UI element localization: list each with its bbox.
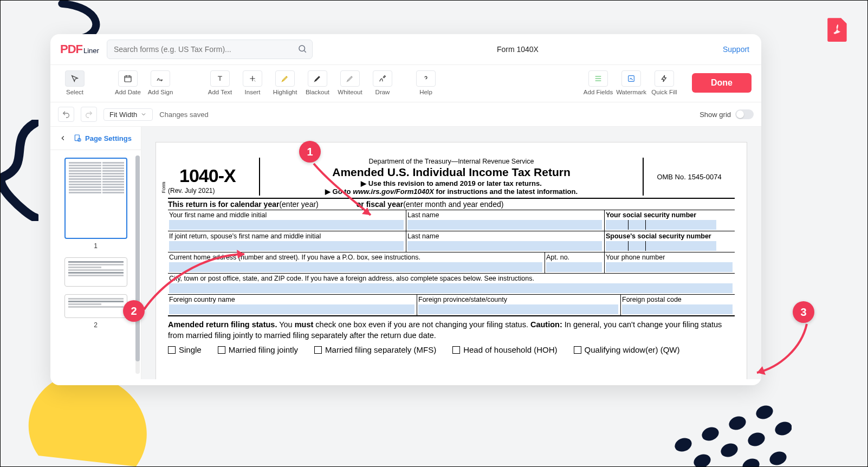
check-qw[interactable]: Qualifying widow(er) (QW) <box>574 345 680 354</box>
tool-add-date[interactable]: Add Date <box>113 70 142 95</box>
page-settings-link[interactable]: Page Settings <box>73 134 132 142</box>
page-thumbnail-2a[interactable] <box>56 257 135 287</box>
search-wrap <box>107 40 313 59</box>
tool-select[interactable]: Select <box>60 70 89 95</box>
svg-point-10 <box>299 46 305 51</box>
search-input[interactable] <box>107 40 313 59</box>
done-button[interactable]: Done <box>692 73 752 93</box>
amend-d: check one box even if you are not changi… <box>313 320 530 329</box>
svg-rect-13 <box>75 135 79 141</box>
checkbox-icon <box>218 346 225 354</box>
svg-rect-11 <box>125 76 131 82</box>
checkbox-icon <box>168 346 176 354</box>
tool-watermark[interactable]: Watermark <box>616 70 646 95</box>
blackout-icon <box>308 70 327 87</box>
row-name: Your first name and middle initial Last … <box>168 210 735 231</box>
tool-select-label: Select <box>66 89 83 95</box>
label-ssn: Your social security number <box>606 211 733 219</box>
undo-button[interactable] <box>58 107 74 122</box>
checkbox-icon <box>452 346 460 354</box>
tool-add-text[interactable]: Add Text <box>205 70 235 95</box>
thumbnails: 1 2 <box>50 150 141 379</box>
field-city[interactable] <box>169 283 733 293</box>
filing-status-checks: Single Married filing jointly Married fi… <box>168 345 735 354</box>
page-settings-label: Page Settings <box>85 134 132 142</box>
bolt-icon <box>655 70 674 87</box>
logo: PDF Liner <box>60 42 99 56</box>
show-grid-toggle[interactable]: Show grid <box>699 109 754 119</box>
svg-point-0 <box>673 436 694 453</box>
tool-add-fields[interactable]: Add Fields <box>584 70 613 95</box>
check-mfs[interactable]: Married filing separately (MFS) <box>314 345 436 354</box>
annotation-2-arrow <box>141 250 250 315</box>
check-single-label: Single <box>179 345 202 354</box>
check-mfj-label: Married filing jointly <box>229 345 298 354</box>
field-ssn[interactable] <box>606 220 733 230</box>
check-mfj[interactable]: Married filing jointly <box>218 345 298 354</box>
tool-whiteout[interactable]: Whiteout <box>335 70 365 95</box>
check-single[interactable]: Single <box>168 345 202 354</box>
tool-quick-fill[interactable]: Quick Fill <box>650 70 679 95</box>
thumbs-scrollbar-thumb[interactable] <box>135 155 140 361</box>
annotation-3: 3 <box>793 301 814 323</box>
document-title: Form 1040X <box>320 45 715 54</box>
tool-blackout[interactable]: Blackout <box>303 70 332 95</box>
pdf-badge-icon <box>824 16 851 43</box>
annotation-1: 1 <box>299 141 321 163</box>
tool-add-sign[interactable]: Add Sign <box>146 70 175 95</box>
field-spouse-last[interactable] <box>407 241 602 251</box>
check-hoh-label: Head of household (HOH) <box>463 345 557 354</box>
tool-help-label: Help <box>419 89 432 95</box>
svg-point-1 <box>700 425 721 443</box>
subtoolbar: Fit Width Changes saved Show grid <box>50 102 761 127</box>
check-hoh[interactable]: Head of household (HOH) <box>452 345 557 354</box>
cursor-icon <box>65 70 85 87</box>
field-phone[interactable] <box>606 262 733 272</box>
tool-insert[interactable]: Insert <box>238 70 267 95</box>
annotation-3-arrow <box>753 321 812 381</box>
band-year-a: This return is for calendar year <box>168 200 279 209</box>
check-mfs-label: Married filing separately (MFS) <box>325 345 436 354</box>
support-link[interactable]: Support <box>723 45 752 54</box>
field-foreign-province[interactable] <box>418 304 618 314</box>
field-apt[interactable] <box>546 262 602 272</box>
zoom-select[interactable]: Fit Width <box>103 108 153 121</box>
page-settings-icon <box>73 134 82 142</box>
tool-highlight-label: Highlight <box>273 89 297 95</box>
svg-point-3 <box>754 403 775 421</box>
toggle-icon <box>735 109 754 119</box>
field-last-name[interactable] <box>407 220 602 230</box>
tool-draw[interactable]: Draw <box>368 70 397 95</box>
tool-quick-fill-label: Quick Fill <box>651 89 677 95</box>
field-spouse-ssn[interactable] <box>606 241 733 251</box>
page-thumbnail-1[interactable]: 1 <box>56 158 135 250</box>
tool-help[interactable]: Help <box>411 70 441 95</box>
redo-button[interactable] <box>81 107 97 122</box>
field-foreign-postal[interactable] <box>622 304 733 314</box>
tool-add-date-label: Add Date <box>115 89 141 95</box>
row-spouse: If joint return, spouse's first name and… <box>168 231 735 252</box>
label-apt: Apt. no. <box>546 254 602 261</box>
label-city: City, town or post office, state, and ZI… <box>169 275 733 282</box>
label-foreign-postal: Foreign postal code <box>622 296 733 303</box>
form-line4-post: for instructions and the latest informat… <box>434 187 578 196</box>
tool-draw-label: Draw <box>375 89 390 95</box>
amend-a: Amended return filing status. <box>168 320 277 329</box>
check-qw-label: Qualifying widow(er) (QW) <box>585 345 680 354</box>
annotation-2: 2 <box>123 300 145 322</box>
tool-highlight[interactable]: Highlight <box>270 70 300 95</box>
checkbox-icon <box>574 346 581 354</box>
amend-b: You <box>277 320 294 329</box>
collapse-sidebar-button[interactable] <box>57 132 69 144</box>
form-number: 1040-X <box>179 166 236 185</box>
zoom-select-label: Fit Width <box>109 111 137 119</box>
whiteout-icon <box>340 70 360 87</box>
sidebar: Page Settings 1 2 <box>50 127 141 379</box>
page-number-1: 1 <box>94 242 98 250</box>
search-icon[interactable] <box>297 44 307 56</box>
calendar-icon <box>118 70 138 87</box>
logo-liner: Liner <box>83 47 99 55</box>
svg-point-8 <box>768 449 788 466</box>
label-spouse-first: If joint return, spouse's first name and… <box>169 232 404 240</box>
checkbox-icon <box>314 346 322 354</box>
